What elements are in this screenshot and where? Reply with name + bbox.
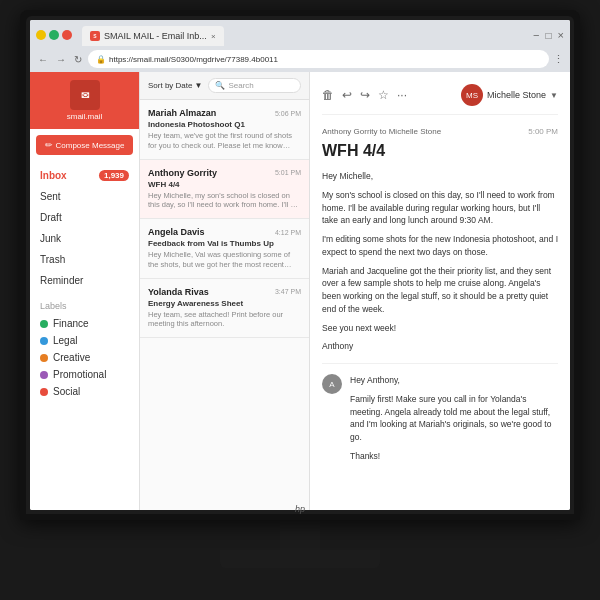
email-header-4: Yolanda Rivas 3:47 PM	[148, 287, 301, 297]
email-list: Sort by Date ▼ 🔍 Search Mariah Almazan 5…	[140, 72, 310, 510]
delete-icon[interactable]: 🗑	[322, 88, 334, 102]
label-social[interactable]: Social	[40, 383, 129, 400]
label-finance[interactable]: Finance	[40, 315, 129, 332]
legal-label: Legal	[53, 335, 77, 346]
monitor-stand-base	[220, 550, 380, 568]
forward-icon[interactable]: ↪	[360, 88, 370, 102]
reminder-label: Reminder	[40, 275, 83, 286]
email-preview-1: Hey team, we've got the first round of s…	[148, 131, 301, 151]
sidebar-logo: ✉ smail.mail	[30, 72, 139, 129]
email-sender-2: Anthony Gorrity	[148, 168, 217, 178]
compose-button[interactable]: ✏ Compose Message	[36, 135, 133, 155]
conversation-header: Anthony Gorrity to Michelle Stone 5:00 P…	[322, 127, 558, 136]
maximize-btn[interactable]	[49, 30, 59, 40]
reply-content: Hey Anthony, Family first! Make sure you…	[350, 374, 558, 469]
sort-label: Sort by Date	[148, 81, 192, 90]
tab-bar: S SMAIL MAIL - Email Inb... ×	[76, 24, 230, 46]
tab-close-btn[interactable]: ×	[211, 32, 216, 41]
email-preview-4: Hey team, see attached! Print before our…	[148, 310, 301, 330]
reply-greeting: Hey Anthony,	[350, 374, 558, 387]
forward-btn[interactable]: →	[54, 52, 68, 67]
more-icon[interactable]: ···	[397, 88, 407, 102]
body-para-1: My son's school is closed on this day, s…	[322, 189, 558, 227]
back-btn[interactable]: ←	[36, 52, 50, 67]
label-creative[interactable]: Creative	[40, 349, 129, 366]
browser-tab[interactable]: S SMAIL MAIL - Email Inb... ×	[82, 26, 224, 46]
user-dropdown-arrow[interactable]: ▼	[550, 91, 558, 100]
email-item-1[interactable]: Mariah Almazan 5:06 PM Indonesia Photosh…	[140, 100, 309, 160]
sent-label: Sent	[40, 191, 61, 202]
email-detail-pane: 🗑 ↩ ↪ ☆ ··· MS Michelle Stone ▼	[310, 72, 570, 510]
sidebar-item-trash[interactable]: Trash	[30, 249, 139, 270]
label-legal[interactable]: Legal	[40, 332, 129, 349]
thread-time: 5:00 PM	[528, 127, 558, 136]
reply-body: Hey Anthony, Family first! Make sure you…	[350, 374, 558, 463]
search-placeholder: Search	[228, 81, 253, 90]
email-conversation: Anthony Gorrity to Michelle Stone 5:00 P…	[322, 123, 558, 473]
sort-arrow: ▼	[194, 81, 202, 90]
logo-icon: ✉	[70, 80, 100, 110]
secure-icon: 🔒	[96, 55, 106, 64]
tab-favicon: S	[90, 31, 100, 41]
email-preview-3: Hey Michelle, Val was questioning some o…	[148, 250, 301, 270]
monitor-bezel: S SMAIL MAIL - Email Inb... × − □ × ← → …	[26, 16, 574, 514]
detail-toolbar: 🗑 ↩ ↪ ☆ ··· MS Michelle Stone ▼	[322, 84, 558, 115]
search-box[interactable]: 🔍 Search	[208, 78, 301, 93]
email-list-toolbar: Sort by Date ▼ 🔍 Search	[140, 72, 309, 100]
email-item-2[interactable]: Anthony Gorrity 5:01 PM WFH 4/4 Hey Mich…	[140, 160, 309, 220]
email-header-1: Mariah Almazan 5:06 PM	[148, 108, 301, 118]
sidebar-item-junk[interactable]: Junk	[30, 228, 139, 249]
email-sender-1: Mariah Almazan	[148, 108, 216, 118]
email-subject-3: Feedback from Val is Thumbs Up	[148, 239, 301, 248]
sidebar-item-inbox[interactable]: Inbox 1,939	[30, 165, 139, 186]
email-time-1: 5:06 PM	[275, 110, 301, 117]
inbox-badge: 1,939	[99, 170, 129, 181]
monitor: S SMAIL MAIL - Email Inb... × − □ × ← → …	[20, 10, 580, 520]
close-btn[interactable]	[62, 30, 72, 40]
reply-avatar: A	[322, 374, 342, 394]
legal-dot	[40, 337, 48, 345]
star-icon[interactable]: ☆	[378, 88, 389, 102]
refresh-btn[interactable]: ↻	[72, 52, 84, 67]
nav-items: Inbox 1,939 Sent Draft Junk	[30, 161, 139, 295]
sidebar-item-reminder[interactable]: Reminder	[30, 270, 139, 291]
email-item-4[interactable]: Yolanda Rivas 3:47 PM Energy Awareness S…	[140, 279, 309, 339]
email-header-2: Anthony Gorrity 5:01 PM	[148, 168, 301, 178]
sort-button[interactable]: Sort by Date ▼	[148, 81, 202, 90]
tab-label: SMAIL MAIL - Email Inb...	[104, 31, 207, 41]
reply-body-text: Family first! Make sure you call in for …	[350, 393, 558, 444]
promotional-dot	[40, 371, 48, 379]
body-sign: Anthony	[322, 340, 558, 353]
creative-dot	[40, 354, 48, 362]
url-field[interactable]: 🔒 https://smail.mail/S0300/mgdrive/77389…	[88, 50, 549, 68]
url-text: https://smail.mail/S0300/mgdrive/77389.4…	[109, 55, 278, 64]
creative-label: Creative	[53, 352, 90, 363]
compose-label: Compose Message	[56, 141, 125, 150]
labels-title: Labels	[40, 301, 129, 311]
browser-close[interactable]: ×	[558, 29, 564, 41]
email-subject-display: WFH 4/4	[322, 142, 558, 160]
browser-menu-btn[interactable]: ⋮	[553, 53, 564, 66]
browser-maximize[interactable]: □	[546, 30, 552, 41]
sidebar: ✉ smail.mail ✏ Compose Message Inbox 1,9…	[30, 72, 140, 510]
email-item-3[interactable]: Angela Davis 4:12 PM Feedback from Val i…	[140, 219, 309, 279]
junk-label: Junk	[40, 233, 61, 244]
inbox-label: Inbox	[40, 170, 67, 181]
sidebar-item-draft[interactable]: Draft	[30, 207, 139, 228]
minimize-btn[interactable]	[36, 30, 46, 40]
sidebar-item-sent[interactable]: Sent	[30, 186, 139, 207]
reply-icon[interactable]: ↩	[342, 88, 352, 102]
trash-label: Trash	[40, 254, 65, 265]
label-promotional[interactable]: Promotional	[40, 366, 129, 383]
social-dot	[40, 388, 48, 396]
window-controls	[36, 30, 72, 40]
message-divider	[322, 363, 558, 364]
user-area: MS Michelle Stone ▼	[461, 84, 558, 106]
screen: S SMAIL MAIL - Email Inb... × − □ × ← → …	[30, 20, 570, 510]
email-subject-2: WFH 4/4	[148, 180, 301, 189]
body-para-3: Mariah and Jacqueline got the their prio…	[322, 265, 558, 316]
email-header-3: Angela Davis 4:12 PM	[148, 227, 301, 237]
email-sender-3: Angela Davis	[148, 227, 205, 237]
browser-minimize[interactable]: −	[533, 29, 539, 41]
labels-section: Labels Finance Legal Creative	[30, 295, 139, 406]
